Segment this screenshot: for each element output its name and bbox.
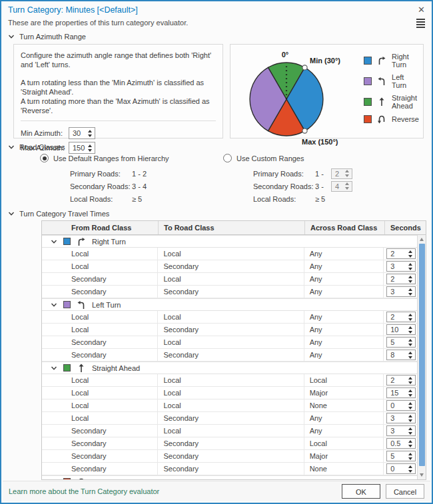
seconds-value[interactable]: 0 (387, 464, 407, 473)
across-road-class-cell[interactable]: Any (304, 311, 384, 323)
seconds-stepper[interactable]: 5 (386, 337, 416, 348)
stepper-value[interactable]: 2 (332, 169, 344, 178)
stepper-arrows-icon[interactable] (407, 325, 415, 334)
seconds-cell[interactable]: 5 (384, 336, 417, 348)
cancel-button[interactable]: Cancel (386, 484, 424, 499)
from-road-class-cell[interactable]: Secondary (42, 463, 158, 475)
across-road-class-cell[interactable]: Local (304, 374, 384, 386)
stepper-arrows-icon[interactable] (407, 350, 415, 360)
to-road-class-cell[interactable]: Local (158, 425, 304, 437)
stepper-arrows-icon[interactable] (407, 464, 415, 473)
vertical-scrollbar[interactable] (417, 235, 426, 479)
stepper-arrows-icon[interactable] (407, 249, 415, 258)
primary-range-stepper[interactable]: 2 (331, 168, 352, 179)
table-row[interactable]: Local Secondary Any 10 (42, 324, 417, 336)
to-road-class-cell[interactable]: Secondary (158, 260, 304, 272)
stepper-arrows-icon[interactable] (407, 426, 415, 435)
table-row[interactable]: Secondary Secondary Any 3 (42, 286, 417, 298)
close-icon[interactable]: ✕ (418, 5, 425, 14)
azimuth-pie-chart[interactable]: 0°Min (30°)Max (150°) (234, 47, 360, 135)
section-travel-times[interactable]: Turn Category Travel Times (1, 210, 432, 218)
seconds-value[interactable]: 0 (387, 401, 407, 410)
stepper-arrows-icon[interactable] (407, 451, 415, 461)
scroll-up-icon[interactable] (420, 238, 424, 241)
to-road-class-cell[interactable]: Local (158, 273, 304, 285)
min-azimuth-stepper[interactable]: 30 (69, 127, 95, 139)
seconds-stepper[interactable]: 2 (386, 312, 416, 322)
column-header[interactable]: To Road Class (159, 221, 305, 234)
seconds-cell[interactable]: 2 (384, 311, 417, 323)
seconds-value[interactable]: 3 (387, 262, 407, 271)
column-header[interactable]: From Road Class (42, 221, 159, 234)
seconds-cell[interactable]: 0.5 (384, 437, 417, 449)
across-road-class-cell[interactable]: Any (304, 425, 384, 437)
seconds-value[interactable]: 2 (387, 249, 407, 258)
azimuth-handle[interactable] (302, 65, 307, 70)
table-row[interactable]: Local Local Any 2 (42, 311, 417, 324)
seconds-value[interactable]: 8 (387, 350, 407, 360)
seconds-stepper[interactable]: 0 (386, 400, 416, 411)
from-road-class-cell[interactable]: Secondary (42, 450, 158, 462)
to-road-class-cell[interactable]: Local (158, 387, 304, 399)
column-header[interactable]: Seconds (385, 221, 418, 234)
table-row[interactable]: Local Local Major 15 (42, 387, 417, 399)
across-road-class-cell[interactable]: Any (304, 349, 384, 361)
to-road-class-cell[interactable]: Local (158, 399, 304, 411)
seconds-stepper[interactable]: 5 (386, 451, 416, 461)
group-row-straight-ahead[interactable]: Straight Ahead (42, 362, 417, 374)
seconds-cell[interactable]: 2 (384, 374, 417, 386)
seconds-cell[interactable]: 2 (384, 248, 417, 260)
seconds-cell[interactable]: 3 (384, 425, 417, 437)
table-row[interactable]: Secondary Secondary Major 5 (42, 450, 417, 463)
seconds-value[interactable]: 3 (387, 287, 407, 296)
to-road-class-cell[interactable]: Local (158, 336, 304, 348)
seconds-stepper[interactable]: 8 (386, 350, 416, 360)
seconds-stepper[interactable]: 3 (386, 413, 416, 423)
menu-icon[interactable] (416, 17, 425, 28)
table-row[interactable]: Local Local None 0 (42, 399, 417, 412)
table-row[interactable]: Local Local Any 2 (42, 248, 417, 260)
use-custom-ranges-option[interactable]: Use Custom Ranges (223, 154, 406, 162)
seconds-value[interactable]: 0.5 (387, 439, 407, 448)
stepper-arrows-icon[interactable] (407, 388, 415, 397)
stepper-value[interactable]: 4 (332, 182, 344, 191)
stepper-arrows-icon[interactable] (407, 287, 415, 296)
seconds-cell[interactable]: 3 (384, 412, 417, 424)
seconds-stepper[interactable]: 0 (386, 463, 416, 474)
across-road-class-cell[interactable]: Any (304, 248, 384, 260)
from-road-class-cell[interactable]: Local (42, 248, 158, 260)
seconds-stepper[interactable]: 10 (386, 324, 416, 335)
across-road-class-cell[interactable]: Any (304, 412, 384, 424)
stepper-arrows-icon[interactable] (407, 439, 415, 448)
from-road-class-cell[interactable]: Local (42, 399, 158, 411)
seconds-cell[interactable]: 5 (384, 450, 417, 462)
from-road-class-cell[interactable]: Secondary (42, 336, 158, 348)
seconds-cell[interactable]: 3 (384, 260, 417, 272)
table-row[interactable]: Local Secondary Any 3 (42, 260, 417, 273)
from-road-class-cell[interactable]: Local (42, 374, 158, 386)
table-row[interactable]: Secondary Secondary Any 8 (42, 349, 417, 362)
use-default-ranges-option[interactable]: Use Default Ranges from Hierarchy (40, 154, 223, 162)
table-row[interactable]: Secondary Local Any 2 (42, 273, 417, 286)
seconds-stepper[interactable]: 15 (386, 387, 416, 398)
secondary-range-stepper[interactable]: 4 (331, 181, 352, 192)
from-road-class-cell[interactable]: Local (42, 324, 158, 336)
section-road-classes[interactable]: Road Classes (1, 143, 432, 151)
seconds-stepper[interactable]: 0.5 (386, 438, 416, 449)
table-row[interactable]: Secondary Local Any 3 (42, 425, 417, 437)
table-row[interactable]: Local Local Local 2 (42, 374, 417, 387)
seconds-stepper[interactable]: 2 (386, 274, 416, 284)
stepper-arrows-icon[interactable] (407, 262, 415, 271)
to-road-class-cell[interactable]: Local (158, 311, 304, 323)
radio-selected-icon[interactable] (40, 154, 49, 162)
across-road-class-cell[interactable]: None (304, 399, 384, 411)
seconds-value[interactable]: 5 (387, 451, 407, 461)
from-road-class-cell[interactable]: Secondary (42, 437, 158, 449)
to-road-class-cell[interactable]: Secondary (158, 324, 304, 336)
table-row[interactable]: Secondary Secondary Local 0.5 (42, 437, 417, 450)
seconds-cell[interactable]: 2 (384, 273, 417, 285)
seconds-value[interactable]: 2 (387, 312, 407, 322)
across-road-class-cell[interactable]: Local (304, 437, 384, 449)
stepper-arrows-icon[interactable] (407, 401, 415, 410)
from-road-class-cell[interactable]: Local (42, 387, 158, 399)
